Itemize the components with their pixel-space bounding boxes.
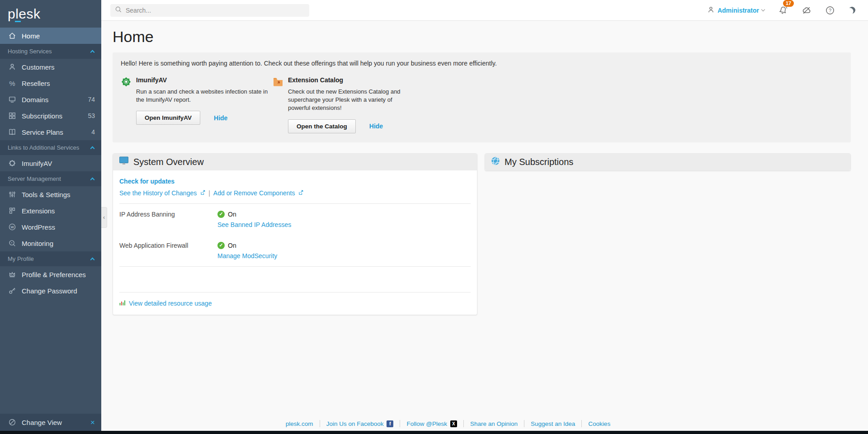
footer-link-share-opinion[interactable]: Share an Opinion bbox=[464, 420, 524, 427]
sidebar-section-server-management[interactable]: Server Management bbox=[0, 171, 101, 186]
chevron-up-icon bbox=[90, 258, 95, 262]
sidebar-item-change-password[interactable]: Change Password bbox=[0, 283, 101, 299]
sidebar-section-my-profile[interactable]: My Profile bbox=[0, 251, 101, 266]
my-subscriptions-panel: My Subscriptions bbox=[485, 153, 851, 171]
wordpress-icon: W bbox=[8, 222, 17, 231]
user-menu[interactable]: Administrator bbox=[707, 6, 764, 15]
sidebar-item-service-plans[interactable]: Service Plans 4 bbox=[0, 124, 101, 140]
crown-icon bbox=[8, 270, 17, 279]
divider bbox=[119, 266, 471, 267]
promo-banner: Hello! Here is something worth paying at… bbox=[113, 52, 851, 142]
facebook-icon: f bbox=[387, 420, 393, 427]
manage-modsecurity-link[interactable]: Manage ModSecurity bbox=[217, 252, 277, 259]
page-title: Home bbox=[113, 28, 868, 46]
home-icon bbox=[8, 31, 17, 40]
sidebar-item-subscriptions[interactable]: Subscriptions 53 bbox=[0, 108, 101, 124]
window-bottom-edge bbox=[0, 431, 868, 434]
offer-description: Run a scan and check a websites infectio… bbox=[136, 88, 272, 104]
footer-link-suggest-idea[interactable]: Suggest an Idea bbox=[524, 420, 581, 427]
search-input[interactable] bbox=[126, 7, 305, 14]
plesk-logo[interactable]: plesk bbox=[0, 0, 101, 28]
extension-catalog-icon bbox=[273, 76, 283, 87]
key-icon bbox=[8, 286, 17, 295]
sidebar-item-imunifyav[interactable]: ImunifyAV bbox=[0, 155, 101, 171]
history-of-changes-link[interactable]: See the History of Changes bbox=[119, 189, 197, 197]
topbar-right: Administrator 17 ? bbox=[707, 5, 868, 15]
divider bbox=[119, 292, 471, 292]
status-row-waf: Web Application Firewall ✓ On Manage Mod… bbox=[119, 242, 471, 259]
footer-link-plesk-com[interactable]: plesk.com bbox=[279, 420, 320, 427]
check-circle-icon: ✓ bbox=[217, 211, 225, 218]
divider bbox=[119, 203, 471, 204]
panel-title: My Subscriptions bbox=[505, 157, 573, 167]
sidebar-item-label: Resellers bbox=[22, 80, 50, 87]
sidebar-item-monitoring[interactable]: Monitoring bbox=[0, 235, 101, 251]
sidebar-item-tools-settings[interactable]: Tools & Settings bbox=[0, 186, 101, 203]
add-remove-components-link[interactable]: Add or Remove Components bbox=[213, 189, 295, 197]
chevron-down-icon bbox=[761, 8, 765, 11]
sidebar-item-extensions[interactable]: Extensions bbox=[0, 203, 101, 219]
cloud-offline-button[interactable] bbox=[802, 5, 811, 15]
footer-link-follow-plesk[interactable]: Follow @PleskX bbox=[400, 420, 463, 427]
change-view-label: Change View bbox=[22, 419, 62, 426]
sidebar-item-label: ImunifyAV bbox=[22, 160, 52, 167]
panel-title: System Overview bbox=[133, 157, 204, 167]
footer-link-facebook[interactable]: Join Us on Facebookf bbox=[320, 420, 400, 427]
plesk-logo-underline bbox=[15, 21, 21, 22]
dark-mode-toggle[interactable] bbox=[849, 7, 855, 14]
globe-icon bbox=[491, 156, 500, 168]
bar-chart-icon bbox=[119, 299, 126, 307]
svg-text:?: ? bbox=[829, 7, 831, 13]
open-imunifyav-button[interactable]: Open ImunifyAV bbox=[136, 111, 200, 125]
domains-count: 74 bbox=[88, 96, 95, 103]
system-overview-header: System Overview bbox=[113, 154, 477, 170]
offer-imunifyav: ImunifyAV Run a scan and check a website… bbox=[121, 76, 273, 133]
hide-catalog-link[interactable]: Hide bbox=[369, 123, 383, 130]
sidebar-item-home[interactable]: Home bbox=[0, 28, 101, 44]
service-plans-icon bbox=[8, 127, 17, 137]
close-icon[interactable]: × bbox=[90, 419, 95, 426]
hide-imunifyav-link[interactable]: Hide bbox=[214, 114, 227, 122]
user-icon bbox=[707, 6, 715, 15]
sidebar: plesk Home Hosting Services Customers % … bbox=[0, 0, 101, 434]
view-resource-usage-link[interactable]: View detailed resource usage bbox=[129, 300, 212, 307]
notification-badge: 17 bbox=[783, 0, 794, 7]
status-text: On bbox=[228, 211, 236, 218]
offer-extension-catalog: Extension Catalog Check out the new Exte… bbox=[273, 76, 406, 133]
sidebar-item-label: Profile & Preferences bbox=[22, 271, 86, 278]
search-box[interactable] bbox=[110, 4, 309, 17]
sidebar-item-profile-preferences[interactable]: Profile & Preferences bbox=[0, 266, 101, 283]
sidebar-item-domains[interactable]: Domains 74 bbox=[0, 91, 101, 108]
sidebar-item-resellers[interactable]: % Resellers bbox=[0, 75, 101, 91]
status-text: On bbox=[228, 242, 236, 249]
external-link-icon bbox=[200, 189, 205, 197]
external-link-icon bbox=[298, 189, 303, 197]
sidebar-item-label: Monitoring bbox=[22, 240, 53, 247]
sidebar-collapse-handle[interactable]: ‹ bbox=[101, 207, 107, 228]
footer-link-cookies[interactable]: Cookies bbox=[582, 420, 617, 427]
sidebar-item-wordpress[interactable]: W WordPress bbox=[0, 219, 101, 235]
sidebar-section-hosting-services[interactable]: Hosting Services bbox=[0, 44, 101, 59]
open-catalog-button[interactable]: Open the Catalog bbox=[288, 119, 356, 133]
sidebar-item-label: Tools & Settings bbox=[22, 191, 71, 198]
check-for-updates-link[interactable]: Check for updates bbox=[119, 178, 175, 185]
status-row-ip-banning: IP Address Banning ✓ On See Banned IP Ad… bbox=[119, 211, 471, 228]
footer: plesk.com Join Us on Facebookf Follow @P… bbox=[101, 416, 868, 431]
sidebar-item-customers[interactable]: Customers bbox=[0, 59, 101, 75]
topbar: Administrator 17 ? bbox=[101, 0, 868, 21]
see-banned-ip-link[interactable]: See Banned IP Addresses bbox=[217, 221, 291, 228]
sidebar-item-label: Customers bbox=[22, 63, 55, 71]
notifications-button[interactable]: 17 bbox=[778, 5, 788, 15]
sidebar-section-additional-services[interactable]: Links to Additional Services bbox=[0, 140, 101, 155]
help-button[interactable]: ? bbox=[825, 5, 835, 15]
change-view-button[interactable]: Change View × bbox=[0, 414, 101, 431]
search-icon bbox=[115, 6, 122, 15]
system-overview-panel: System Overview Check for updates See th… bbox=[113, 153, 477, 315]
section-label: My Profile bbox=[8, 255, 34, 262]
sidebar-item-label: Change Password bbox=[22, 287, 77, 295]
status-label: Web Application Firewall bbox=[119, 242, 217, 259]
sidebar-item-label: Domains bbox=[22, 96, 48, 104]
change-view-icon bbox=[8, 418, 17, 427]
chevron-up-icon bbox=[90, 146, 95, 151]
svg-text:W: W bbox=[10, 225, 14, 229]
